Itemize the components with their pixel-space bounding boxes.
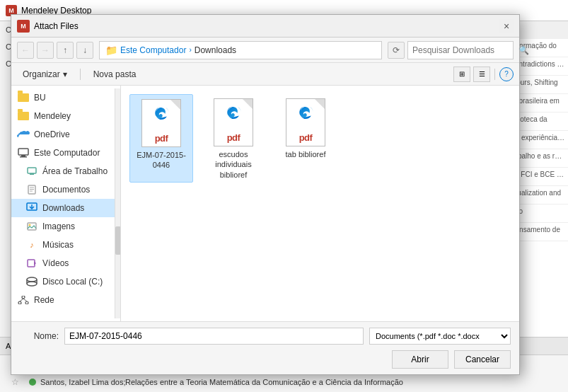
file-dialog: M Attach Files × ← → ↑ ↓ 📁 Este Computad… bbox=[11, 14, 520, 375]
nav-label-computer: Este Computador bbox=[34, 148, 100, 158]
onedrive-icon bbox=[17, 128, 30, 141]
footer-buttons: Abrir Cancelar bbox=[20, 350, 511, 369]
organize-arrow: ▾ bbox=[63, 69, 67, 79]
breadcrumb-current: Downloads bbox=[195, 45, 236, 55]
edge-icon-3 bbox=[296, 103, 315, 123]
footer-name-row: Nome: Documents (*.pdf *.doc *.docx bbox=[20, 328, 511, 345]
svg-point-15 bbox=[27, 277, 37, 282]
breadcrumb-computer[interactable]: Este Computador bbox=[120, 45, 186, 55]
svg-point-20 bbox=[18, 301, 21, 304]
file-icon-container-1: pdf bbox=[139, 98, 184, 149]
docs-icon bbox=[25, 183, 38, 196]
file-icon-container-2: pdf bbox=[211, 97, 256, 148]
organize-button[interactable]: Organizar ▾ bbox=[17, 67, 73, 82]
svg-marker-14 bbox=[34, 261, 36, 265]
nav-refresh-button[interactable]: ⟳ bbox=[388, 42, 405, 59]
toolbar-separator bbox=[80, 69, 81, 80]
nav-label-mendeley: Mendeley bbox=[34, 111, 71, 121]
nav-pane: BU Mendeley bbox=[11, 86, 121, 321]
folder-icon-mendeley bbox=[17, 110, 30, 122]
scrollbar-thumb[interactable] bbox=[115, 226, 121, 255]
file-name-1: EJM-07-2015-0446 bbox=[133, 150, 190, 171]
nav-item-onedrive[interactable]: OneDrive bbox=[11, 125, 115, 144]
svg-point-18 bbox=[27, 282, 37, 286]
pdf-file-icon-3: pdf bbox=[286, 98, 325, 146]
file-item-3[interactable]: pdf tab biblioref bbox=[274, 94, 337, 183]
nav-item-mendeley[interactable]: Mendeley bbox=[11, 107, 115, 125]
dialog-titlebar: M Attach Files × bbox=[11, 15, 519, 38]
nav-scrollbar[interactable] bbox=[115, 88, 120, 318]
pdf-file-icon-2: pdf bbox=[214, 98, 253, 146]
svg-rect-3 bbox=[28, 168, 36, 173]
nav-back-button[interactable]: ← bbox=[17, 42, 34, 59]
search-input[interactable] bbox=[412, 45, 518, 55]
dialog-title: Attach Files bbox=[34, 21, 499, 31]
view-button-1[interactable]: ⊞ bbox=[453, 67, 470, 82]
svg-line-23 bbox=[23, 299, 27, 301]
pdf-file-icon-1: pdf bbox=[141, 99, 181, 147]
star-icon-2[interactable]: ☆ bbox=[11, 377, 19, 387]
nav-label-network: Rede bbox=[34, 295, 54, 305]
file-grid: pdf EJM-07-2015-0446 pdf escudos i bbox=[121, 86, 519, 321]
dialog-footer: Nome: Documents (*.pdf *.doc *.docx Abri… bbox=[11, 321, 519, 374]
music-icon: ♪ bbox=[25, 238, 38, 251]
nav-item-disk[interactable]: Disco Local (C:) bbox=[11, 272, 115, 291]
status-row-2: ☆ Santos, Izabel Lima dos; Nu... Relaçõe… bbox=[0, 373, 568, 391]
name-label: Nome: bbox=[20, 331, 59, 341]
nav-item-desktop[interactable]: Área de Trabalho bbox=[11, 162, 115, 180]
filetype-select[interactable]: Documents (*.pdf *.doc *.docx bbox=[369, 328, 511, 345]
nav-item-bu[interactable]: BU bbox=[11, 88, 115, 107]
search-icon: 🔍 bbox=[518, 45, 529, 55]
video-icon bbox=[25, 257, 38, 270]
dialog-body: BU Mendeley bbox=[11, 86, 519, 321]
nav-item-videos[interactable]: Vídeos bbox=[11, 254, 115, 272]
downloads-icon bbox=[25, 202, 38, 214]
breadcrumb-separator: › bbox=[189, 46, 191, 54]
breadcrumb-bar: 📁 Este Computador › Downloads bbox=[99, 41, 382, 59]
edge-icon-2 bbox=[224, 103, 243, 123]
nav-label-desktop: Área de Trabalho bbox=[42, 166, 108, 176]
dialog-close-button[interactable]: × bbox=[499, 19, 514, 33]
search-box[interactable]: 🔍 bbox=[407, 41, 514, 59]
file-name-3: tab biblioref bbox=[286, 149, 326, 159]
view-icons-group: ⊞ ☰ ? bbox=[453, 67, 514, 82]
nav-item-music[interactable]: ♪ Músicas bbox=[11, 236, 115, 254]
nav-label-videos: Vídeos bbox=[42, 258, 69, 268]
open-button[interactable]: Abrir bbox=[392, 350, 448, 369]
nav-label-images: Imagens bbox=[42, 221, 75, 231]
view-button-2[interactable]: ☰ bbox=[473, 67, 490, 82]
help-button[interactable]: ? bbox=[499, 67, 514, 81]
breadcrumb-folder-icon: 📁 bbox=[105, 45, 117, 56]
nav-item-docs[interactable]: Documentos bbox=[11, 180, 115, 199]
pdf-label-1: pdf bbox=[155, 133, 168, 144]
nav-label-music: Músicas bbox=[42, 240, 74, 250]
computer-icon bbox=[17, 146, 30, 159]
view-separator bbox=[494, 69, 495, 80]
filename-input[interactable] bbox=[64, 328, 364, 345]
svg-point-12 bbox=[29, 224, 31, 226]
file-item-1[interactable]: pdf EJM-07-2015-0446 bbox=[129, 94, 193, 183]
svg-rect-2 bbox=[20, 156, 27, 158]
status-author-2: Santos, Izabel Lima dos; Nu... bbox=[40, 378, 125, 386]
svg-line-22 bbox=[20, 299, 23, 301]
nav-item-images[interactable]: Imagens bbox=[11, 217, 115, 236]
dialog-title-icon: M bbox=[17, 20, 30, 33]
nav-down-button[interactable]: ↓ bbox=[76, 42, 93, 59]
pdf-label-3: pdf bbox=[299, 132, 313, 143]
nova-pasta-label: Nova pasta bbox=[93, 69, 137, 79]
dialog-toolbar: ← → ↑ ↓ 📁 Este Computador › Downloads ⟳ … bbox=[11, 38, 519, 63]
nav-item-downloads[interactable]: Downloads bbox=[11, 199, 115, 217]
nav-label-docs: Documentos bbox=[42, 185, 90, 195]
nav-up-button[interactable]: ↑ bbox=[57, 42, 74, 59]
file-icon-container-3: pdf bbox=[283, 97, 328, 148]
nova-pasta-button[interactable]: Nova pasta bbox=[88, 67, 142, 82]
cancel-button[interactable]: Cancelar bbox=[454, 350, 511, 369]
nav-forward-button[interactable]: → bbox=[37, 42, 54, 59]
svg-point-21 bbox=[25, 301, 28, 304]
nav-item-computer[interactable]: Este Computador bbox=[11, 144, 115, 162]
nav-label-downloads: Downloads bbox=[42, 203, 84, 213]
disk-icon bbox=[25, 275, 38, 288]
nav-item-network[interactable]: Rede bbox=[11, 291, 115, 309]
nav-label-disk: Disco Local (C:) bbox=[42, 277, 103, 287]
file-item-2[interactable]: pdf escudos individuais biblioref bbox=[202, 94, 265, 183]
